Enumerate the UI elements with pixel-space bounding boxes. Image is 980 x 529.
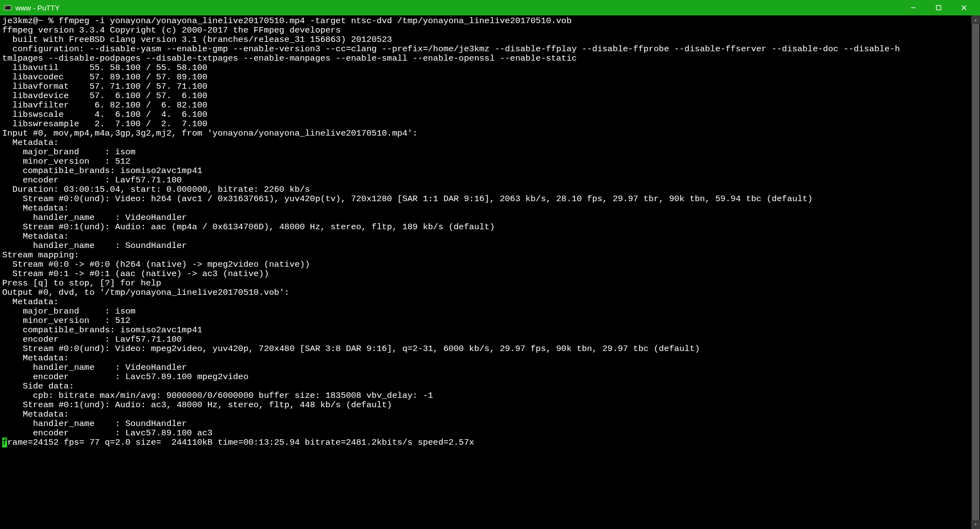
maximize-button[interactable] — [926, 0, 951, 15]
scroll-down-button[interactable]: ▾ — [971, 520, 980, 529]
svg-rect-4 — [936, 6, 941, 10]
minimize-button[interactable] — [901, 0, 926, 15]
svg-rect-1 — [5, 6, 10, 9]
scrollbar-track[interactable] — [971, 24, 980, 520]
window-titlebar[interactable]: www - PuTTY — [0, 0, 980, 15]
svg-rect-2 — [6, 7, 7, 7]
scrollbar-thumb[interactable] — [972, 24, 979, 521]
terminal-cursor: f — [2, 438, 7, 447]
putty-icon — [3, 3, 12, 12]
terminal-output[interactable]: je3kmz@~ % ffmpeg -i yonayona/yonayona_l… — [0, 15, 971, 529]
window-title: www - PuTTY — [15, 4, 60, 12]
close-button[interactable] — [951, 0, 977, 15]
terminal-container: je3kmz@~ % ffmpeg -i yonayona/yonayona_l… — [0, 15, 980, 529]
window-controls — [901, 0, 977, 15]
scroll-up-button[interactable]: ▴ — [971, 15, 980, 24]
vertical-scrollbar[interactable]: ▴ ▾ — [971, 15, 980, 529]
